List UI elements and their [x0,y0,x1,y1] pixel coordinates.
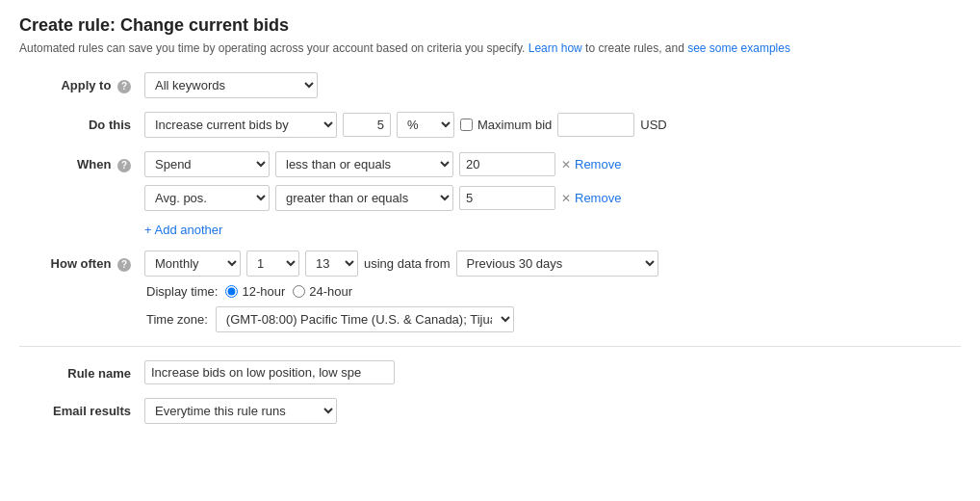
timezone-label: Time zone: [146,312,208,327]
max-bid-label: Maximum bid [460,118,552,132]
radio-24-hour[interactable] [293,285,305,298]
description-text: Automated rules can save you time by ope… [19,41,525,55]
description: Automated rules can save you time by ope… [19,41,961,55]
when-label: When ? [19,151,144,172]
using-data-label: using data from [364,256,451,271]
when-row-2: Spend Clicks Impressions CTR Avg. CPC Av… [144,185,621,211]
apply-to-help-icon[interactable]: ? [117,80,131,93]
apply-to-controls: All keywords All enabled keywords All ca… [144,72,961,98]
bid-type-select[interactable]: % USD [397,112,454,138]
when-help-icon[interactable]: ? [117,159,131,172]
learn-how-link[interactable]: Learn how [529,41,582,55]
when-row-1: Spend Clicks Impressions CTR Avg. CPC Av… [144,151,621,177]
email-select[interactable]: Everytime this rule runs Only if there a… [144,398,337,424]
when-condition-2[interactable]: less than or equals greater than or equa… [275,185,453,211]
when-metric-1[interactable]: Spend Clicks Impressions CTR Avg. CPC Av… [144,151,270,177]
page-title: Create rule: Change current bids [19,15,961,36]
display-time-label: Display time: [146,284,218,299]
divider-1 [19,346,961,347]
remove-condition-1[interactable]: ✕ Remove [561,157,621,171]
main-container: Create rule: Change current bids Automat… [0,0,980,501]
how-often-frequency-row: Daily Weekly Monthly 12345 678910 111213… [144,250,658,277]
max-bid-currency: USD [640,118,666,132]
rule-name-controls [144,360,961,384]
radio-24-hour-label: 24-hour [293,284,352,299]
email-results-label: Email results [19,398,144,418]
do-this-label: Do this [19,112,144,132]
how-often-row: How often ? Daily Weekly Monthly 12345 6… [19,250,961,332]
when-rows: Spend Clicks Impressions CTR Avg. CPC Av… [144,151,621,237]
do-this-row: Do this Increase current bids by Decreas… [19,112,961,138]
day-select[interactable]: 12345 678910 1112131415 [246,250,299,277]
when-row: When ? Spend Clicks Impressions CTR Avg.… [19,151,961,237]
apply-to-label: Apply to ? [19,72,144,93]
apply-to-select[interactable]: All keywords All enabled keywords All ca… [144,72,318,98]
email-results-controls: Everytime this rule runs Only if there a… [144,398,961,424]
do-this-select[interactable]: Increase current bids by Decrease curren… [144,112,337,138]
radio-12-hour-label: 12-hour [225,284,285,299]
when-controls: Spend Clicks Impressions CTR Avg. CPC Av… [144,151,961,237]
add-another-button[interactable]: + Add another [144,223,621,237]
max-bid-input[interactable] [557,113,634,137]
when-metric-2[interactable]: Spend Clicks Impressions CTR Avg. CPC Av… [144,185,270,211]
how-often-help-icon[interactable]: ? [117,258,131,272]
do-this-controls: Increase current bids by Decrease curren… [144,112,961,138]
frequency-select[interactable]: Daily Weekly Monthly [144,250,241,277]
when-value-1[interactable] [459,152,555,176]
radio-24-hour-text: 24-hour [309,284,352,299]
how-often-inner: Daily Weekly Monthly 12345 678910 111213… [144,250,658,332]
timezone-row: Time zone: (GMT-08:00) Pacific Time (U.S… [144,306,658,332]
rule-name-input[interactable] [144,360,395,384]
rule-name-label: Rule name [19,360,144,381]
max-bid-checkbox[interactable] [460,119,473,131]
radio-12-hour[interactable] [225,285,238,298]
data-from-select[interactable]: Previous 30 days Previous 14 days Previo… [456,250,658,277]
apply-to-row: Apply to ? All keywords All enabled keyw… [19,72,961,98]
bid-amount-input[interactable]: 5 [343,113,391,137]
hour-select[interactable]: 01234 56789 10111213 1415161718 19202122… [305,250,358,277]
remove-x-icon-1: ✕ [561,158,571,171]
rule-name-row: Rule name [19,360,961,384]
when-value-2[interactable] [459,186,555,210]
when-condition-1[interactable]: less than or equals greater than or equa… [275,151,453,177]
remove-x-icon-2: ✕ [561,192,571,205]
how-often-label: How often ? [19,250,144,272]
how-often-controls: Daily Weekly Monthly 12345 678910 111213… [144,250,961,332]
display-time-row: Display time: 12-hour 24-hour [144,284,658,299]
timezone-select[interactable]: (GMT-08:00) Pacific Time (U.S. & Canada)… [216,306,514,332]
remove-condition-2[interactable]: ✕ Remove [561,191,621,205]
email-results-row: Email results Everytime this rule runs O… [19,398,961,424]
radio-12-hour-text: 12-hour [242,284,285,299]
see-examples-link[interactable]: see some examples [687,41,790,55]
